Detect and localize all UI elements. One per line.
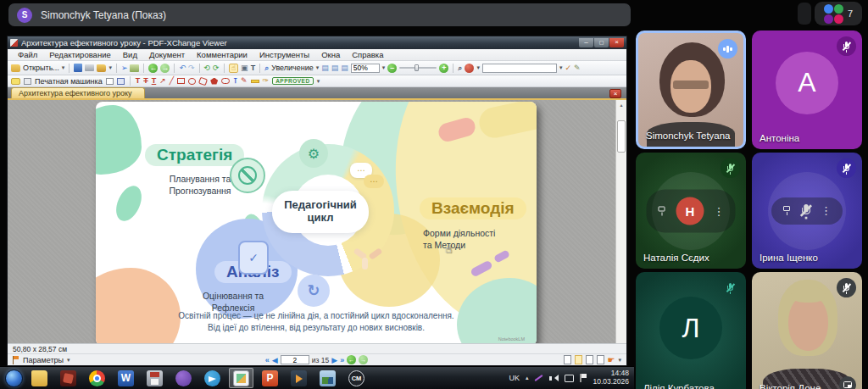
pdf-create-icon[interactable]: ➢: [121, 64, 128, 72]
vertical-scrollbar[interactable]: ▴: [615, 100, 626, 343]
tile-simonchyk-tetyana[interactable]: Simonchyk Tetyana: [636, 31, 746, 149]
more-options-icon[interactable]: ⋮: [821, 205, 832, 216]
line-tool[interactable]: ╱: [170, 77, 174, 85]
tray-expand-icon[interactable]: ▴: [526, 375, 529, 381]
tile-antonina[interactable]: А Антоніна: [752, 31, 862, 149]
language-indicator[interactable]: UK: [509, 374, 520, 382]
text-highlight-tool[interactable]: T: [136, 77, 141, 85]
single-page-layout-icon[interactable]: [564, 355, 571, 364]
minimize-button[interactable]: –: [579, 38, 593, 47]
export-dropdown[interactable]: ▾: [108, 64, 112, 71]
settings-icon[interactable]: ✎: [574, 64, 581, 72]
search-input[interactable]: [482, 64, 557, 73]
highlighter-tool[interactable]: [251, 80, 259, 83]
taskbar-telegram[interactable]: [200, 368, 225, 388]
fit-width-icon[interactable]: ▤: [331, 64, 339, 72]
stamp-dropdown[interactable]: ▾: [317, 78, 320, 85]
prev-view-button[interactable]: ←: [347, 355, 356, 364]
menu-windows[interactable]: Окна: [316, 50, 345, 59]
taskbar-floppy-app[interactable]: [142, 368, 167, 388]
pin-icon[interactable]: [658, 205, 667, 216]
undo-icon[interactable]: ↶: [179, 64, 186, 72]
more-options-icon[interactable]: ⋮: [714, 205, 725, 216]
params-dropdown[interactable]: ▾: [67, 357, 70, 364]
page-number-input[interactable]: [281, 355, 309, 364]
pan-mode-icon[interactable]: ☛: [608, 355, 615, 364]
forward-button[interactable]: →: [160, 64, 170, 73]
params-button[interactable]: Параметры: [23, 356, 64, 364]
ocr-icon[interactable]: [130, 64, 139, 72]
stamp-tool[interactable]: APPROVED: [272, 77, 313, 85]
zoom-slider[interactable]: [399, 67, 437, 69]
search-dropdown[interactable]: ▾: [559, 64, 563, 71]
taskbar-cm-app[interactable]: CM: [344, 368, 369, 388]
export-icon[interactable]: [97, 64, 106, 72]
tray-clock[interactable]: 14:48 10.03.2026: [593, 370, 629, 386]
menu-edit[interactable]: Редактирование: [44, 50, 115, 59]
tile-viktoria-done[interactable]: Вікторія Доне...: [752, 272, 862, 389]
highlight-dropdown[interactable]: ▾: [476, 64, 480, 71]
taskbar-viber[interactable]: [171, 368, 196, 388]
prev-page-button[interactable]: ◀: [272, 356, 278, 364]
polyline-tool[interactable]: [198, 76, 208, 86]
taskbar-graphics-app[interactable]: [56, 368, 81, 388]
menu-file[interactable]: Файл: [13, 50, 42, 59]
tile-lilia-kurbatova[interactable]: Л Лілія Курбатова: [636, 272, 746, 389]
facing-layout-icon[interactable]: [586, 355, 593, 364]
menu-help[interactable]: Справка: [347, 50, 388, 59]
pencil-tool[interactable]: ✎: [241, 77, 248, 85]
continuous-facing-layout-icon[interactable]: [597, 355, 604, 364]
text-underline-tool[interactable]: T: [152, 77, 157, 85]
scrollbar-thumb[interactable]: [617, 120, 626, 153]
typewriter-label[interactable]: Печатная машинка: [35, 77, 103, 86]
close-document-button[interactable]: ×: [609, 89, 621, 98]
pen-tray-icon[interactable]: [535, 375, 543, 381]
select-text-icon[interactable]: T: [251, 64, 256, 72]
taskbar-media-player[interactable]: [287, 368, 311, 388]
taskbar-explorer[interactable]: [27, 368, 52, 388]
volume-icon[interactable]: [549, 375, 559, 381]
callout-icon[interactable]: [117, 78, 125, 85]
scroll-up-arrow[interactable]: ▴: [617, 101, 626, 110]
typewriter-icon[interactable]: [24, 78, 31, 85]
text-strikeout-tool[interactable]: T: [143, 77, 148, 85]
zoom-tool-icon[interactable]: ⌕: [264, 64, 269, 72]
continuous-layout-icon[interactable]: [575, 355, 582, 364]
arrow-tool[interactable]: ↗: [159, 77, 166, 85]
menu-tools[interactable]: Инструменты: [254, 50, 314, 59]
zoom-in-button[interactable]: +: [439, 64, 448, 73]
save-icon[interactable]: [74, 64, 82, 72]
tile-natalia-sedykh[interactable]: Н ⋮ Наталія Сєдих: [636, 153, 746, 269]
taskbar-powerpoint[interactable]: P: [258, 368, 282, 388]
zoom-tool-label[interactable]: Увеличение: [271, 64, 314, 72]
polygon-tool[interactable]: [210, 78, 218, 85]
open-icon[interactable]: [11, 64, 20, 72]
rotate-left-icon[interactable]: ⟲: [204, 64, 211, 72]
menu-view[interactable]: Вид: [118, 50, 142, 59]
open-button[interactable]: Открыть...: [23, 64, 59, 72]
redo-icon[interactable]: ↷: [188, 64, 195, 72]
pin-tool[interactable]: ⊺: [233, 77, 237, 85]
last-page-button[interactable]: »: [340, 356, 344, 364]
zoom-out-button[interactable]: –: [387, 64, 397, 73]
search-icon[interactable]: ⌕: [458, 64, 462, 72]
print-icon[interactable]: [85, 64, 94, 71]
zoom-value-dropdown[interactable]: ▾: [382, 64, 386, 71]
close-button[interactable]: ×: [609, 38, 624, 47]
participants-overflow[interactable]: 7: [815, 2, 862, 25]
pan-dropdown[interactable]: ▾: [619, 357, 622, 364]
next-page-button[interactable]: ▶: [331, 356, 337, 364]
zoom-dropdown[interactable]: ▾: [316, 64, 320, 71]
tile-iryna-ishchenko[interactable]: ⋮ Ірина Іщенко: [752, 153, 862, 269]
next-view-button[interactable]: →: [359, 355, 368, 364]
textbox-icon[interactable]: [106, 78, 114, 85]
taskbar-chrome[interactable]: [85, 368, 109, 388]
pin-icon[interactable]: [782, 205, 792, 216]
snapshot-icon[interactable]: ▣: [241, 64, 248, 72]
taskbar-photos[interactable]: [315, 368, 340, 388]
menu-comments[interactable]: Комментарии: [192, 50, 253, 59]
first-page-button[interactable]: «: [265, 356, 270, 364]
spellcheck-icon[interactable]: ✓: [565, 64, 571, 72]
fit-page-icon[interactable]: ▤: [321, 64, 329, 72]
sticky-note-icon[interactable]: [11, 78, 20, 85]
